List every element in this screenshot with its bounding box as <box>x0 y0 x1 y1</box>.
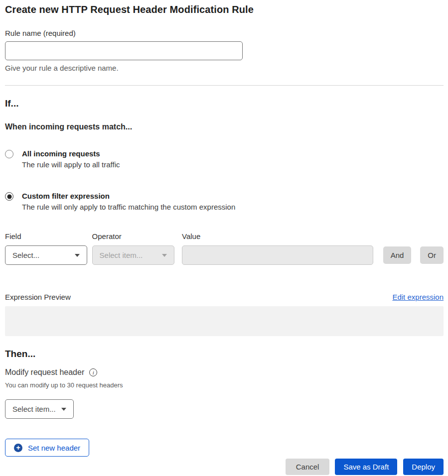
rule-name-helper: Give your rule a descriptive name. <box>5 64 444 72</box>
expression-preview-box <box>5 306 444 336</box>
and-button[interactable]: And <box>383 246 412 264</box>
operator-label: Operator <box>92 232 175 240</box>
radio-desc-all-requests: The rule will apply to all traffic <box>22 160 120 169</box>
if-heading: If... <box>5 98 444 109</box>
cancel-button[interactable]: Cancel <box>286 459 330 475</box>
operator-select-value: Select item... <box>100 251 143 259</box>
expression-builder-row: Field Select... Operator Select item... … <box>5 232 444 265</box>
value-label: Value <box>182 232 373 240</box>
chevron-down-icon <box>75 254 80 257</box>
field-column: Field Select... <box>5 232 87 265</box>
modify-header-helper: You can modify up to 30 request headers <box>5 381 444 389</box>
value-input[interactable] <box>182 245 373 265</box>
section-divider <box>5 85 444 86</box>
rule-name-label: Rule name (required) <box>5 29 444 37</box>
expression-preview-header: Expression Preview Edit expression <box>5 293 444 301</box>
page-title: Create new HTTP Request Header Modificat… <box>5 4 444 15</box>
header-action-select[interactable]: Select item... <box>5 399 74 419</box>
radio-label-custom-expression: Custom filter expression <box>22 192 235 200</box>
edit-expression-link[interactable]: Edit expression <box>392 293 444 301</box>
set-new-header-button[interactable]: + Set new header <box>5 439 89 457</box>
radio-option-custom-expression[interactable]: Custom filter expression The rule will o… <box>5 192 444 211</box>
radio-icon[interactable] <box>5 192 13 201</box>
expression-preview-label: Expression Preview <box>5 293 71 301</box>
then-heading: Then... <box>5 349 444 359</box>
save-as-draft-button[interactable]: Save as Draft <box>335 459 397 475</box>
radio-option-all-requests[interactable]: All incoming requests The rule will appl… <box>5 149 444 169</box>
field-select-value: Select... <box>12 251 39 259</box>
deploy-button[interactable]: Deploy <box>403 459 444 475</box>
match-subheading: When incoming requests match... <box>5 122 444 131</box>
or-button[interactable]: Or <box>420 246 444 264</box>
modify-header-label: Modify request header <box>5 368 84 377</box>
create-rule-form: Create new HTTP Request Header Modificat… <box>0 0 448 476</box>
info-icon[interactable]: i <box>89 368 97 376</box>
rule-name-group: Rule name (required) Give your rule a de… <box>5 29 444 72</box>
radio-label-all-requests: All incoming requests <box>22 149 120 158</box>
rule-name-input[interactable] <box>5 41 243 60</box>
operator-column: Operator Select item... <box>92 232 175 265</box>
field-select[interactable]: Select... <box>5 245 87 265</box>
set-new-header-label: Set new header <box>28 444 80 452</box>
radio-text: Custom filter expression The rule will o… <box>22 192 235 211</box>
radio-icon[interactable] <box>5 150 13 158</box>
radio-desc-custom-expression: The rule will only apply to traffic matc… <box>22 203 235 211</box>
operator-select[interactable]: Select item... <box>92 245 175 265</box>
chevron-down-icon <box>61 408 66 411</box>
radio-text: All incoming requests The rule will appl… <box>22 149 120 169</box>
plus-icon: + <box>14 444 22 452</box>
field-label: Field <box>5 232 87 240</box>
chevron-down-icon <box>162 254 167 257</box>
value-column: Value <box>182 232 373 265</box>
header-action-select-value: Select item... <box>12 405 56 413</box>
modify-header-row: Modify request header i <box>5 368 444 377</box>
footer-actions: Cancel Save as Draft Deploy <box>5 459 444 475</box>
